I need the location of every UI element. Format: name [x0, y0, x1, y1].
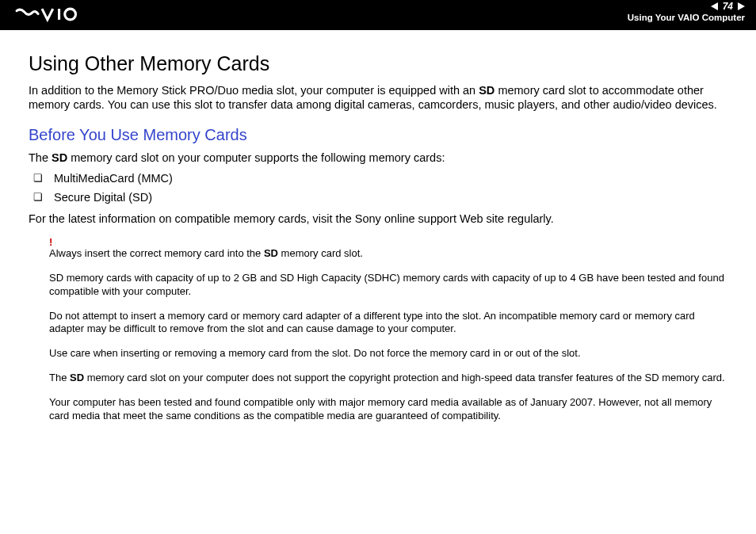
svg-point-1	[65, 9, 76, 20]
w5-bold: SD	[70, 372, 84, 383]
warning-icon: !	[49, 237, 727, 247]
w5-pre: The	[49, 372, 70, 383]
w1-post: memory card slot.	[278, 247, 363, 259]
intro-text-bold: SD	[479, 84, 494, 97]
page-title: Using Other Memory Cards	[29, 52, 727, 75]
vaio-logo	[14, 5, 94, 24]
w1-bold: SD	[264, 247, 278, 259]
warning-5: The SD memory card slot on your computer…	[49, 372, 727, 385]
content-area: Using Other Memory Cards In addition to …	[0, 30, 756, 423]
list-item-label: Secure Digital (SD)	[54, 189, 152, 207]
warning-block: ! Always insert the correct memory card …	[29, 237, 727, 423]
intro-paragraph: In addition to the Memory Stick PRO/Duo …	[29, 83, 727, 112]
bullet-icon: ❏	[33, 170, 43, 187]
next-page-arrow-icon[interactable]	[738, 2, 745, 10]
page-nav: 74	[628, 1, 745, 12]
warning-3: Do not attempt to insert a memory card o…	[49, 310, 727, 337]
bullet-icon: ❏	[33, 189, 43, 206]
w1-pre: Always insert the correct memory card in…	[49, 247, 264, 259]
header-section-title: Using Your VAIO Computer	[628, 13, 745, 22]
intro-text-pre: In addition to the Memory Stick PRO/Duo …	[29, 84, 479, 97]
memory-card-list: ❏ MultiMediaCard (MMC) ❏ Secure Digital …	[29, 170, 727, 206]
list-item-label: MultiMediaCard (MMC)	[54, 170, 173, 188]
warning-2: SD memory cards with capacity of up to 2…	[49, 272, 727, 299]
warning-4: Use care when inserting or removing a me…	[49, 347, 727, 360]
svg-rect-0	[58, 9, 60, 20]
prev-page-arrow-icon[interactable]	[711, 2, 718, 10]
latest-info-line: For the latest information on compatible…	[29, 212, 727, 226]
w5-post: memory card slot on your computer does n…	[84, 372, 725, 383]
header-right: 74 Using Your VAIO Computer	[628, 0, 756, 22]
list-item: ❏ MultiMediaCard (MMC)	[33, 170, 727, 188]
support-pre: The	[29, 151, 52, 164]
list-item: ❏ Secure Digital (SD)	[33, 189, 727, 207]
support-bold: SD	[52, 151, 67, 164]
warning-6: Your computer has been tested and found …	[49, 396, 727, 423]
header-bar: 74 Using Your VAIO Computer	[0, 0, 756, 30]
support-line: The SD memory card slot on your computer…	[29, 151, 727, 165]
section-subtitle: Before You Use Memory Cards	[29, 126, 727, 144]
support-post: memory card slot on your computer suppor…	[67, 151, 445, 164]
warning-1: Always insert the correct memory card in…	[49, 247, 727, 261]
page-number: 74	[723, 1, 733, 12]
